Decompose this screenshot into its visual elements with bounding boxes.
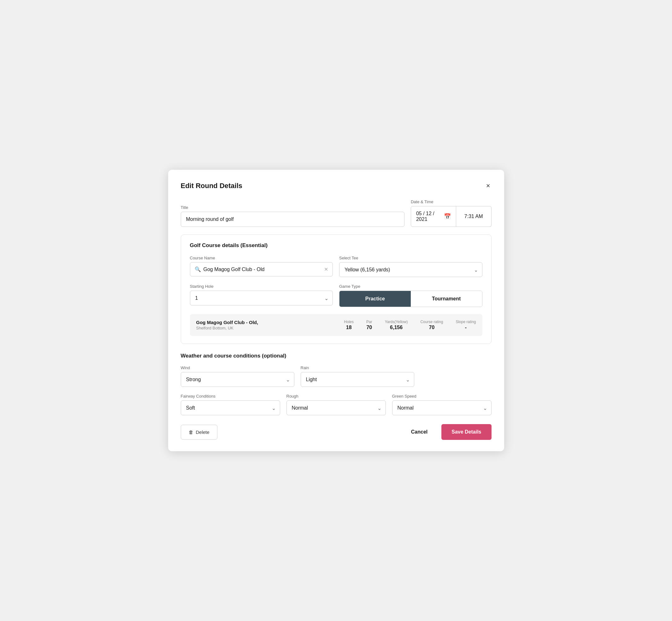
course-name-label: Course Name xyxy=(190,256,333,260)
title-label: Title xyxy=(181,205,405,210)
starting-hole-dropdown[interactable]: 1234 5678 910 xyxy=(190,291,333,305)
rough-select-wrap: SoftNormalHard ⌄ xyxy=(287,401,386,415)
green-speed-group: Green Speed SlowNormalFast ⌄ xyxy=(392,394,492,415)
footer-right: Cancel Save Details xyxy=(405,424,492,440)
holes-stat: Holes 18 xyxy=(344,320,354,330)
datetime-field-group: Date & Time 05 / 12 / 2021 📅 7:31 AM xyxy=(411,199,492,227)
course-info-location: Shelford Bottom, UK xyxy=(196,326,332,330)
wind-dropdown[interactable]: NoneLightModerateStrong xyxy=(181,372,294,387)
practice-toggle-btn[interactable]: Practice xyxy=(339,291,411,307)
par-value: 70 xyxy=(366,325,372,330)
starting-hole-group: Starting Hole 1234 5678 910 ⌄ xyxy=(190,284,333,307)
tournament-toggle-btn[interactable]: Tournament xyxy=(411,291,482,307)
par-stat: Par 70 xyxy=(366,320,372,330)
green-speed-select-wrap: SlowNormalFast ⌄ xyxy=(392,401,492,415)
cancel-button[interactable]: Cancel xyxy=(405,425,434,439)
datetime-label: Date & Time xyxy=(411,199,492,204)
yards-stat: Yards(Yellow) 6,156 xyxy=(385,320,408,330)
close-button[interactable]: × xyxy=(485,181,492,191)
yards-label: Yards(Yellow) xyxy=(385,320,408,324)
search-icon: 🔍 xyxy=(195,266,201,272)
course-name-input[interactable] xyxy=(204,266,322,272)
course-section: Golf Course details (Essential) Course N… xyxy=(181,235,492,344)
conditions-row: Fairway Conditions SoftNormalHard ⌄ Roug… xyxy=(181,394,492,415)
fairway-select-wrap: SoftNormalHard ⌄ xyxy=(181,401,280,415)
course-rating-stat: Course rating 70 xyxy=(420,320,443,330)
delete-label: Delete xyxy=(196,429,209,435)
select-tee-label: Select Tee xyxy=(339,256,482,260)
par-label: Par xyxy=(366,320,372,324)
date-value: 05 / 12 / 2021 xyxy=(416,211,441,222)
clear-icon[interactable]: ✕ xyxy=(324,266,328,272)
fairway-dropdown[interactable]: SoftNormalHard xyxy=(181,401,280,415)
game-type-toggle: Practice Tournament xyxy=(339,291,482,307)
edit-round-modal: Edit Round Details × Title Date & Time 0… xyxy=(168,170,504,451)
trash-icon: 🗑 xyxy=(189,429,194,435)
rain-group: Rain NoneLightModerateHeavy ⌄ xyxy=(301,365,414,387)
slope-rating-value: - xyxy=(465,325,467,330)
select-tee-wrap: Yellow (6,156 yards) White (6,500 yards)… xyxy=(339,262,482,277)
select-tee-dropdown[interactable]: Yellow (6,156 yards) White (6,500 yards)… xyxy=(339,262,482,277)
holes-label: Holes xyxy=(344,320,354,324)
course-info-row: Gog Magog Golf Club - Old, Shelford Bott… xyxy=(190,314,482,336)
wind-label: Wind xyxy=(181,365,294,370)
modal-header: Edit Round Details × xyxy=(181,181,492,191)
rain-dropdown[interactable]: NoneLightModerateHeavy xyxy=(301,372,414,387)
delete-button[interactable]: 🗑 Delete xyxy=(181,425,217,440)
course-info-name-text: Gog Magog Golf Club - Old, xyxy=(196,320,332,325)
modal-title: Edit Round Details xyxy=(181,182,243,190)
modal-footer: 🗑 Delete Cancel Save Details xyxy=(181,424,492,440)
wind-group: Wind NoneLightModerateStrong ⌄ xyxy=(181,365,294,387)
yards-value: 6,156 xyxy=(390,325,403,330)
time-value: 7:31 AM xyxy=(464,214,483,219)
green-speed-dropdown[interactable]: SlowNormalFast xyxy=(392,401,492,415)
save-button[interactable]: Save Details xyxy=(442,424,491,440)
select-tee-group: Select Tee Yellow (6,156 yards) White (6… xyxy=(339,256,482,277)
course-section-title: Golf Course details (Essential) xyxy=(190,242,482,249)
starting-hole-label: Starting Hole xyxy=(190,284,333,289)
title-field-group: Title xyxy=(181,205,405,227)
game-type-group: Game Type Practice Tournament xyxy=(339,284,482,307)
calendar-icon: 📅 xyxy=(444,213,451,220)
course-rating-label: Course rating xyxy=(420,320,443,324)
title-input[interactable] xyxy=(181,212,405,227)
course-info-name: Gog Magog Golf Club - Old, Shelford Bott… xyxy=(196,320,332,330)
datetime-inputs: 05 / 12 / 2021 📅 7:31 AM xyxy=(411,206,492,227)
fairway-group: Fairway Conditions SoftNormalHard ⌄ xyxy=(181,394,280,415)
date-input[interactable]: 05 / 12 / 2021 📅 xyxy=(411,206,456,227)
rain-select-wrap: NoneLightModerateHeavy ⌄ xyxy=(301,372,414,387)
course-search-wrap[interactable]: 🔍 ✕ xyxy=(190,262,333,277)
fairway-label: Fairway Conditions xyxy=(181,394,280,399)
course-name-tee-row: Course Name 🔍 ✕ Select Tee Yellow (6,156… xyxy=(190,256,482,277)
slope-rating-label: Slope rating xyxy=(456,320,476,324)
game-type-label: Game Type xyxy=(339,284,482,289)
starting-hole-wrap: 1234 5678 910 ⌄ xyxy=(190,291,333,305)
rough-label: Rough xyxy=(287,394,386,399)
weather-section: Weather and course conditions (optional)… xyxy=(181,353,492,415)
time-input[interactable]: 7:31 AM xyxy=(456,206,492,227)
course-name-group: Course Name 🔍 ✕ xyxy=(190,256,333,277)
green-speed-label: Green Speed xyxy=(392,394,492,399)
rough-group: Rough SoftNormalHard ⌄ xyxy=(287,394,386,415)
starting-hole-game-type-row: Starting Hole 1234 5678 910 ⌄ Game Type … xyxy=(190,284,482,307)
holes-value: 18 xyxy=(346,325,352,330)
weather-section-title: Weather and course conditions (optional) xyxy=(181,353,492,359)
rain-label: Rain xyxy=(301,365,414,370)
slope-rating-stat: Slope rating - xyxy=(456,320,476,330)
top-fields: Title Date & Time 05 / 12 / 2021 📅 7:31 … xyxy=(181,199,492,227)
course-rating-value: 70 xyxy=(429,325,435,330)
wind-rain-row: Wind NoneLightModerateStrong ⌄ Rain None… xyxy=(181,365,414,387)
rough-dropdown[interactable]: SoftNormalHard xyxy=(287,401,386,415)
wind-select-wrap: NoneLightModerateStrong ⌄ xyxy=(181,372,294,387)
